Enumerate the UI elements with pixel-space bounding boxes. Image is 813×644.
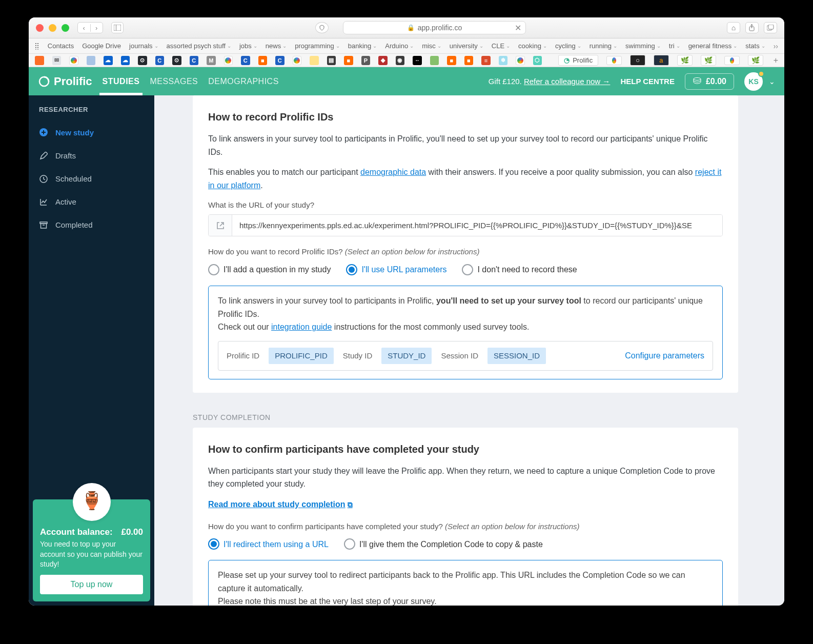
bookmark-item[interactable]: Contacts — [48, 42, 74, 50]
nav-tab-studies[interactable]: STUDIES — [103, 67, 140, 95]
favicon[interactable]: ·· — [413, 56, 422, 65]
home-button[interactable]: ⌂ — [727, 22, 740, 33]
favicon[interactable]: C — [190, 56, 199, 65]
window-maximize-button[interactable] — [62, 24, 69, 32]
favicon[interactable]: ■ — [447, 56, 456, 65]
bookmark-item[interactable]: jobs⌄ — [239, 42, 257, 50]
favicon[interactable] — [224, 56, 233, 65]
bookmark-item[interactable]: running⌄ — [590, 42, 617, 50]
browser-tab[interactable]: 🌿 — [701, 55, 716, 66]
favicon[interactable]: ❄ — [499, 56, 508, 65]
bookmark-item[interactable]: university⌄ — [450, 42, 483, 50]
brand-logo[interactable]: Prolific — [38, 75, 92, 88]
favicon[interactable] — [516, 56, 525, 65]
favicon[interactable] — [87, 56, 96, 65]
sidebar-item-scheduled[interactable]: Scheduled — [29, 167, 154, 190]
favicon[interactable] — [69, 56, 78, 65]
favicon[interactable]: C — [275, 56, 284, 65]
integration-guide-link[interactable]: integration guide — [271, 323, 332, 331]
favicon[interactable]: C — [155, 56, 165, 65]
share-button[interactable] — [745, 22, 759, 33]
sidebar-item-new-study[interactable]: New study — [29, 120, 154, 144]
bookmark-item[interactable]: assorted psych stuff⌄ — [167, 42, 231, 50]
sidebar-toggle-button[interactable] — [111, 22, 124, 33]
favicon[interactable]: ■ — [258, 56, 268, 65]
bookmark-item[interactable]: cycling⌄ — [555, 42, 581, 50]
favicon[interactable]: ▤ — [327, 56, 336, 65]
bookmark-item[interactable]: programming⌄ — [295, 42, 340, 50]
favicon[interactable]: ◉ — [396, 56, 405, 65]
lock-icon: 🔒 — [407, 24, 415, 31]
bookmark-item[interactable]: banking⌄ — [348, 42, 377, 50]
read-more-completion-link[interactable]: Read more about study completion⧉ — [208, 500, 353, 509]
bookmark-item[interactable]: tri⌄ — [669, 42, 680, 50]
favicon[interactable]: ☁ — [121, 56, 130, 65]
new-tab-button[interactable]: + — [774, 56, 778, 65]
browser-tab[interactable] — [724, 56, 740, 65]
bookmarks-overflow[interactable]: ›› — [774, 42, 778, 50]
sidebar-item-drafts[interactable]: Drafts — [29, 144, 154, 167]
favicon[interactable]: ■ — [344, 56, 353, 65]
favicon[interactable] — [35, 56, 44, 65]
url-bar[interactable]: 🔒 app.prolific.co ✕ — [343, 21, 525, 34]
configure-parameters-link[interactable]: Configure parameters — [625, 349, 704, 363]
avatar[interactable]: KS — [744, 72, 763, 91]
favicon[interactable]: P — [361, 56, 371, 65]
browser-tab[interactable]: 🌿 — [677, 55, 693, 66]
bookmark-item[interactable]: news⌄ — [266, 42, 287, 50]
browser-tab[interactable]: 🌿 — [748, 55, 763, 66]
browser-tab[interactable]: ○ — [630, 55, 645, 66]
favicon[interactable]: ⬡ — [533, 56, 542, 65]
sidebar-item-active[interactable]: Active — [29, 190, 154, 213]
bookmark-item[interactable]: stats⌄ — [745, 42, 765, 50]
sidebar-item-completed[interactable]: Completed — [29, 213, 154, 236]
favicon[interactable] — [430, 56, 439, 65]
radio-add-question[interactable]: I'll add a question in my study — [208, 263, 331, 276]
window-close-button[interactable] — [36, 24, 44, 32]
bookmark-item[interactable]: misc⌄ — [422, 42, 441, 50]
nav-tab-messages[interactable]: MESSAGES — [150, 67, 198, 95]
favicon[interactable]: ⊙ — [172, 56, 181, 65]
radio-dont-record[interactable]: I don't need to record these — [462, 263, 577, 276]
tab-strip: ✉ ☁ ☁ ⊙ C ⊙ C M C ■ C ▤ ■ P ◆ ◉ ·· ■ ■ ≡… — [29, 54, 784, 67]
bookmark-item[interactable]: CLE⌄ — [492, 42, 510, 50]
demographic-data-link[interactable]: demographic data — [360, 168, 426, 176]
top-up-button[interactable]: Top up now — [40, 575, 143, 594]
nav-tab-demographics[interactable]: DEMOGRAPHICS — [208, 67, 279, 95]
favicon[interactable]: M — [207, 56, 216, 65]
radio-completion-code[interactable]: I'll give them the Completion Code to co… — [344, 538, 543, 551]
nav-back-forward[interactable]: ‹› — [77, 22, 103, 33]
study-url-input[interactable] — [232, 215, 722, 236]
favicon[interactable]: ■ — [464, 56, 474, 65]
window-minimize-button[interactable] — [49, 24, 56, 32]
apps-icon[interactable] — [35, 43, 39, 50]
help-centre-link[interactable]: HELP CENTRE — [620, 77, 675, 86]
privacy-shield-button[interactable] — [315, 22, 329, 33]
bookmark-item[interactable]: swimming⌄ — [625, 42, 661, 50]
browser-tab[interactable] — [606, 56, 622, 65]
favicon[interactable]: ☁ — [104, 56, 113, 65]
browser-tab[interactable]: ◔Prolific — [558, 55, 598, 66]
bookmark-item[interactable]: Arduino⌄ — [385, 42, 414, 50]
chevron-down-icon[interactable]: ⌄ — [769, 77, 775, 86]
bookmark-item[interactable]: journals⌄ — [129, 42, 158, 50]
favicon[interactable]: ◆ — [378, 56, 388, 65]
favicon[interactable]: ≡ — [481, 56, 491, 65]
favicon[interactable]: C — [241, 56, 250, 65]
bookmark-item[interactable]: cooking⌄ — [518, 42, 547, 50]
favicon[interactable]: ⊙ — [138, 56, 147, 65]
browser-tab[interactable]: a — [654, 55, 669, 66]
balance-button[interactable]: £0.00 — [685, 73, 734, 90]
tabs-button[interactable] — [764, 22, 777, 33]
referral-link[interactable]: Refer a colleague now → — [524, 77, 610, 86]
radio-redirect-url[interactable]: I'll redirect them using a URL — [208, 538, 329, 551]
plus-circle-icon — [39, 128, 48, 137]
radio-url-parameters[interactable]: I'll use URL parameters — [346, 263, 446, 276]
bookmark-item[interactable]: general fitness⌄ — [688, 42, 738, 50]
external-link-icon[interactable] — [209, 215, 232, 236]
favicon[interactable] — [293, 56, 302, 65]
bookmark-item[interactable]: Google Drive — [82, 42, 121, 50]
favicon[interactable]: ✉ — [52, 56, 62, 65]
clear-url-icon[interactable]: ✕ — [515, 23, 521, 33]
favicon[interactable] — [310, 56, 319, 65]
